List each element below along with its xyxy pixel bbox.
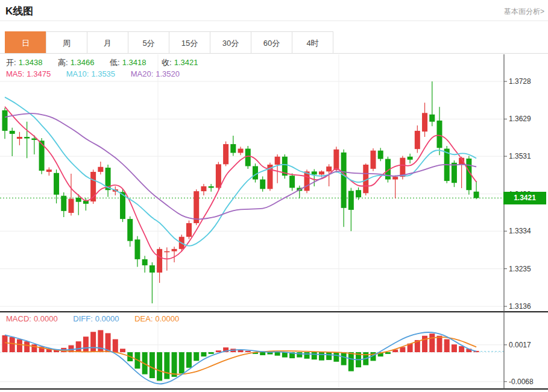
ma-legend: MA5:1.3475 MA10:1.3535 MA20:1.3520	[6, 69, 182, 78]
tab-30min[interactable]: 30分	[210, 31, 251, 54]
ma10-label: MA10:	[66, 69, 89, 78]
tab-week[interactable]: 周	[46, 31, 87, 54]
diff-value: 0.0000	[95, 314, 119, 323]
macd-value: 0.0000	[34, 314, 58, 323]
svg-text:1.3531: 1.3531	[509, 152, 531, 160]
macd-label: MACD:	[6, 314, 31, 323]
tab-4hour[interactable]: 4时	[292, 31, 333, 54]
ma20-value: 1.3520	[156, 69, 180, 78]
header: K线图 基本面分析>	[0, 0, 548, 21]
page-title: K线图	[5, 4, 33, 18]
macd-legend: MACD:0.0000 DIFF:0.0000 DEA:0.0000	[6, 314, 181, 323]
tab-60min[interactable]: 60分	[251, 31, 292, 54]
tab-15min[interactable]: 15分	[169, 31, 210, 54]
tab-5min[interactable]: 5分	[128, 31, 169, 54]
kline-page: { "header": { "title": "K线图", "link": "基…	[0, 0, 548, 392]
ma20-label: MA20:	[131, 69, 154, 78]
svg-text:-0.0068: -0.0068	[509, 378, 534, 386]
high-label: 高:	[58, 58, 68, 67]
close-value: 1.3421	[174, 58, 198, 67]
high-value: 1.3466	[71, 58, 95, 67]
low-label: 低:	[110, 58, 120, 67]
open-value: 1.3438	[19, 58, 43, 67]
tabstrip-border	[0, 53, 548, 54]
svg-text:1.3235: 1.3235	[509, 265, 531, 273]
low-value: 1.3418	[122, 58, 146, 67]
svg-text:1.3728: 1.3728	[509, 77, 531, 86]
svg-text:1.3136: 1.3136	[509, 302, 531, 311]
svg-text:1.3629: 1.3629	[509, 115, 531, 123]
open-label: 开:	[6, 58, 16, 67]
current-price-badge: 1.3421	[503, 192, 546, 204]
svg-text:0.0017: 0.0017	[509, 341, 531, 349]
fundamental-analysis-link[interactable]: 基本面分析>	[504, 7, 544, 17]
close-label: 收:	[162, 58, 172, 67]
tab-day[interactable]: 日	[5, 31, 46, 54]
tab-month[interactable]: 月	[87, 31, 128, 54]
diff-label: DIFF:	[73, 314, 93, 323]
ma10-value: 1.3535	[91, 69, 115, 78]
ma5-value: 1.3475	[27, 69, 51, 78]
period-tabs: 日 周 月 5分 15分 30分 60分 4时	[5, 31, 333, 54]
dea-value: 0.0000	[156, 314, 180, 323]
ma5-label: MA5:	[6, 69, 24, 78]
dea-label: DEA:	[134, 314, 153, 323]
ohlc-legend: 开:1.3438 高:1.3466 低:1.3418 收:1.3421	[6, 57, 200, 68]
svg-text:1.3334: 1.3334	[509, 227, 531, 235]
